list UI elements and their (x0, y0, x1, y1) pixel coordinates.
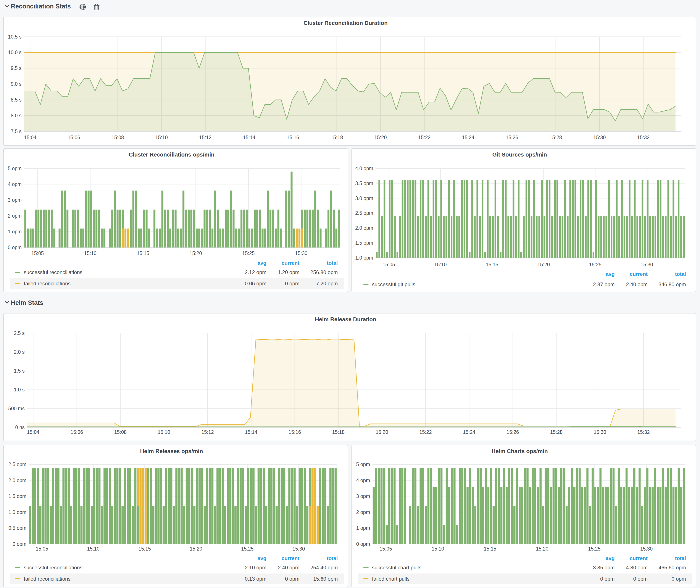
svg-text:10.5 s: 10.5 s (8, 34, 22, 40)
svg-text:15:04: 15:04 (27, 429, 40, 435)
svg-text:1.0 opm: 1.0 opm (8, 509, 26, 515)
svg-text:4 opm: 4 opm (8, 181, 22, 187)
svg-text:total: total (327, 555, 338, 561)
svg-text:2.10 opm: 2.10 opm (245, 565, 266, 570)
svg-text:15:15: 15:15 (484, 546, 496, 552)
svg-text:successful reconciliations: successful reconciliations (24, 565, 82, 570)
svg-text:2.40 opm: 2.40 opm (626, 281, 648, 287)
svg-text:0.5 opm: 0.5 opm (8, 525, 26, 531)
svg-text:465.60 opm: 465.60 opm (658, 565, 686, 570)
svg-text:256.80 opm: 256.80 opm (310, 269, 338, 275)
svg-text:successful chart pulls: successful chart pulls (372, 565, 421, 570)
svg-text:4.80 opm: 4.80 opm (626, 565, 648, 570)
svg-text:0 opm: 0 opm (285, 576, 300, 582)
svg-text:15:20: 15:20 (376, 429, 388, 435)
svg-text:15:26: 15:26 (506, 135, 518, 140)
svg-text:5 opm: 5 opm (356, 462, 370, 467)
svg-text:15:20: 15:20 (537, 262, 550, 267)
svg-text:0 opm: 0 opm (8, 245, 22, 250)
svg-text:15.60 opm: 15.60 opm (313, 576, 338, 582)
svg-text:15:10: 15:10 (158, 429, 170, 435)
svg-text:current: current (282, 260, 300, 266)
svg-text:2.5 s: 2.5 s (14, 330, 25, 336)
svg-text:9.0 s: 9.0 s (11, 81, 22, 87)
svg-text:15:25: 15:25 (589, 262, 602, 267)
svg-text:15:18: 15:18 (332, 429, 345, 435)
svg-text:15:16: 15:16 (287, 135, 299, 140)
svg-text:15:24: 15:24 (463, 429, 476, 435)
svg-text:15:30: 15:30 (292, 546, 305, 552)
svg-text:15:05: 15:05 (383, 262, 395, 267)
svg-text:15:15: 15:15 (486, 262, 498, 267)
svg-text:1.5 opm: 1.5 opm (8, 493, 26, 499)
svg-text:500 ms: 500 ms (8, 406, 24, 411)
svg-text:2.87 opm: 2.87 opm (593, 281, 615, 287)
svg-text:current: current (630, 271, 648, 277)
svg-text:15:10: 15:10 (434, 262, 447, 267)
svg-text:15:28: 15:28 (550, 135, 562, 140)
svg-text:1.20 opm: 1.20 opm (278, 269, 299, 275)
svg-text:346.80 opm: 346.80 opm (658, 281, 686, 287)
svg-text:2.40 opm: 2.40 opm (278, 565, 299, 570)
svg-text:15:32: 15:32 (637, 429, 650, 435)
svg-text:failed reconciliations: failed reconciliations (24, 281, 71, 286)
svg-text:1.5 s: 1.5 s (14, 368, 25, 374)
svg-text:1 opm: 1 opm (356, 525, 370, 531)
svg-text:3 opm: 3 opm (356, 493, 370, 499)
svg-text:current: current (630, 555, 648, 561)
svg-text:successful git pulls: successful git pulls (372, 281, 415, 287)
svg-text:1.0 opm: 1.0 opm (355, 255, 373, 261)
svg-text:15:30: 15:30 (593, 135, 606, 140)
svg-text:15:10: 15:10 (87, 546, 100, 552)
svg-text:total: total (675, 271, 686, 277)
svg-text:total: total (327, 260, 338, 266)
svg-text:0 opm: 0 opm (285, 281, 300, 286)
svg-text:15:32: 15:32 (637, 135, 650, 140)
svg-text:0 opm: 0 opm (633, 576, 648, 582)
svg-text:10.0 s: 10.0 s (8, 50, 22, 55)
svg-text:15:15: 15:15 (137, 250, 149, 256)
svg-text:0 opm: 0 opm (356, 541, 370, 547)
svg-text:Helm Stats: Helm Stats (11, 299, 43, 306)
svg-text:15:08: 15:08 (111, 135, 124, 140)
svg-text:0.06 opm: 0.06 opm (245, 281, 266, 286)
svg-text:15:15: 15:15 (139, 546, 151, 552)
svg-text:15:25: 15:25 (241, 546, 254, 552)
svg-text:8.5 s: 8.5 s (11, 97, 22, 103)
svg-text:15:20: 15:20 (536, 546, 548, 552)
svg-text:3.5 opm: 3.5 opm (355, 181, 373, 186)
svg-text:2.0 s: 2.0 s (14, 349, 25, 355)
svg-text:0 opm: 0 opm (13, 541, 26, 547)
svg-text:0 ns: 0 ns (15, 425, 24, 430)
svg-text:1.0 s: 1.0 s (14, 387, 25, 393)
svg-text:15:06: 15:06 (71, 429, 83, 435)
svg-text:15:24: 15:24 (462, 135, 474, 140)
svg-text:3 opm: 3 opm (8, 197, 22, 203)
svg-text:2 opm: 2 opm (356, 509, 370, 515)
svg-text:15:20: 15:20 (374, 135, 387, 140)
svg-text:9.5 s: 9.5 s (11, 65, 22, 71)
svg-text:15:26: 15:26 (506, 429, 519, 435)
svg-text:1.5 opm: 1.5 opm (355, 240, 373, 246)
svg-text:2.0 opm: 2.0 opm (355, 225, 373, 231)
svg-text:0.13 opm: 0.13 opm (245, 576, 266, 582)
svg-text:15:10: 15:10 (155, 135, 168, 140)
svg-text:4.0 opm: 4.0 opm (355, 166, 373, 171)
svg-text:avg: avg (606, 555, 615, 561)
svg-text:254.40 opm: 254.40 opm (310, 565, 338, 570)
svg-text:15:30: 15:30 (295, 250, 308, 256)
svg-text:2.5 opm: 2.5 opm (355, 210, 373, 216)
svg-text:15:30: 15:30 (594, 429, 606, 435)
svg-text:Helm Releases ops/min: Helm Releases ops/min (140, 448, 203, 454)
svg-text:avg: avg (606, 271, 615, 277)
svg-text:avg: avg (258, 555, 266, 561)
svg-text:2.12 opm: 2.12 opm (245, 269, 266, 275)
svg-text:15:04: 15:04 (24, 135, 36, 140)
svg-text:3.85 opm: 3.85 opm (593, 565, 615, 570)
svg-text:7.20 opm: 7.20 opm (316, 281, 338, 286)
svg-text:8.0 s: 8.0 s (11, 113, 22, 118)
svg-text:5 opm: 5 opm (8, 166, 22, 171)
svg-text:15:20: 15:20 (190, 546, 202, 552)
svg-text:2 opm: 2 opm (8, 213, 22, 219)
svg-text:7.5 s: 7.5 s (11, 129, 22, 134)
